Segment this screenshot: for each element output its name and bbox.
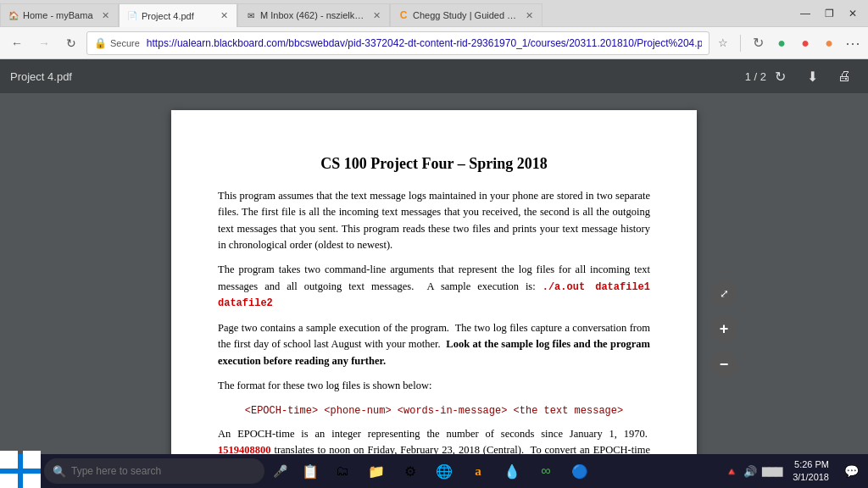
pdf-para-3: Page two contains a sample execution of … <box>218 320 650 369</box>
svg-rect-1 <box>23 451 41 469</box>
tab-title-inbox: M Inbox (462) - nszielke@... <box>260 10 368 20</box>
search-input[interactable] <box>71 465 232 477</box>
pdf-toolbar: Project 4.pdf 1 / 2 ↻ ⬇ 🖨 <box>0 59 868 93</box>
address-bar: ← → ↻ 🔒 Secure ☆ ↻ ● ● ● ⋯ <box>0 27 868 59</box>
taskbar-right: 🔺 🔊 ▇▇▇ 5:26 PM 3/1/2018 💬 <box>723 454 868 488</box>
zoom-arrows-btn[interactable]: ⤢ <box>710 280 737 307</box>
svg-rect-0 <box>0 451 18 469</box>
wifi-icon[interactable]: 🔺 <box>723 465 740 478</box>
tab-favicon-inbox: ✉ <box>245 9 257 21</box>
tab-title-chegg: Chegg Study | Guided S... <box>413 10 520 20</box>
taskbar: 🔍 🎤 📋 🗂 📁 ⚙ 🌐 a 💧 ∞ 🔵 🔺 🔊 ▇▇▇ 5:26 P <box>0 454 868 488</box>
tab-title-mybama: Home - myBama <box>23 10 97 20</box>
tab-title-project4: Project 4.pdf <box>142 11 215 21</box>
maximize-button[interactable]: ❐ <box>817 5 841 22</box>
chrome-taskbar-icon[interactable]: 🔵 <box>563 454 597 488</box>
zoom-out-btn[interactable]: − <box>710 351 737 378</box>
tab-close-chegg[interactable]: ✕ <box>524 10 535 21</box>
tab-favicon-mybama: 🏠 <box>8 9 19 21</box>
pdf-page-nav: 1 / 2 <box>745 70 766 83</box>
epoch-number: 1519408800 <box>218 444 271 454</box>
tab-inbox[interactable]: ✉ M Inbox (462) - nszielke@... ✕ <box>237 3 390 27</box>
browser-extension-icon[interactable]: ● <box>819 33 839 53</box>
pdf-viewer: Project 4.pdf 1 / 2 ↻ ⬇ 🖨 CS 100 Project… <box>0 59 868 454</box>
system-clock[interactable]: 5:26 PM 3/1/2018 <box>786 458 836 485</box>
edge-taskbar-icon[interactable]: 🌐 <box>427 454 461 488</box>
windows-logo-icon <box>0 451 41 488</box>
address-input-wrap: 🔒 Secure <box>86 31 709 55</box>
pdf-document-title: CS 100 Project Four – Spring 2018 <box>218 152 650 176</box>
secure-lock-icon: 🔒 <box>94 37 107 49</box>
tab-project4[interactable]: 📄 Project 4.pdf ✕ <box>119 3 237 27</box>
format-line: <EPOCH-time> <phone-num> <words-in-messa… <box>245 405 623 417</box>
pdf-para-1: This program assumes that the text messa… <box>218 188 650 254</box>
browser-refresh-icon[interactable]: ↻ <box>748 33 768 53</box>
secure-label: Secure <box>110 38 140 48</box>
clock-time: 5:26 PM <box>793 458 829 471</box>
cmd-sample: ./a.out datafile1 datafile2 <box>218 281 650 310</box>
taskbar-search[interactable]: 🔍 <box>44 458 264 484</box>
task-view-icon[interactable]: 📋 <box>295 454 326 488</box>
tab-mybama[interactable]: 🏠 Home - myBama ✕ <box>0 3 119 27</box>
tab-favicon-chegg: C <box>398 9 409 21</box>
start-button[interactable] <box>0 454 41 488</box>
zoom-in-btn[interactable]: + <box>710 315 737 342</box>
tab-chegg[interactable]: C Chegg Study | Guided S... ✕ <box>390 3 542 27</box>
browser-menu-icon[interactable]: ⋯ <box>843 33 863 53</box>
close-button[interactable]: ✕ <box>841 5 865 22</box>
bookmark-star-icon[interactable]: ☆ <box>713 33 733 53</box>
back-button[interactable]: ← <box>5 31 29 55</box>
pdf-reload-btn[interactable]: ↻ <box>766 63 793 90</box>
address-input[interactable] <box>147 37 702 49</box>
browser-shield-icon[interactable]: ● <box>795 33 815 53</box>
clock-date: 3/1/2018 <box>793 471 829 484</box>
volume-icon[interactable]: 🔊 <box>742 465 759 478</box>
action-center-icon[interactable]: 💬 <box>837 454 865 488</box>
settings-taskbar-icon[interactable]: ⚙ <box>393 454 427 488</box>
tab-favicon-project4: 📄 <box>126 10 138 22</box>
tab-close-inbox[interactable]: ✕ <box>371 10 382 21</box>
browser-window: 🏠 Home - myBama ✕ 📄 Project 4.pdf ✕ ✉ M … <box>0 0 868 454</box>
pdf-content: CS 100 Project Four – Spring 2018 This p… <box>218 152 650 454</box>
svg-rect-3 <box>23 474 41 488</box>
app-taskbar-icon-1[interactable]: ∞ <box>529 454 563 488</box>
pdf-print-btn[interactable]: 🖨 <box>831 63 858 90</box>
minimize-button[interactable]: — <box>793 5 817 22</box>
battery-icon: ▇▇▇ <box>760 466 784 477</box>
pdf-doc-area[interactable]: CS 100 Project Four – Spring 2018 This p… <box>0 93 868 454</box>
refresh-button[interactable]: ↻ <box>59 31 83 55</box>
scroll-controls: ⤢ + − <box>710 280 737 378</box>
amazon-taskbar-icon[interactable]: a <box>461 454 495 488</box>
cortana-mic-icon[interactable]: 🎤 <box>264 454 295 488</box>
tab-close-mybama[interactable]: ✕ <box>100 10 111 21</box>
pdf-para-4: The format for these two log files is sh… <box>218 378 650 394</box>
search-icon: 🔍 <box>53 465 66 478</box>
pdf-toolbar-actions: ↻ ⬇ 🖨 <box>766 63 858 90</box>
pdf-page: CS 100 Project Four – Spring 2018 This p… <box>171 110 697 454</box>
pdf-toolbar-title: Project 4.pdf <box>10 70 745 83</box>
dropbox-taskbar-icon[interactable]: 💧 <box>495 454 529 488</box>
pdf-download-btn[interactable]: ⬇ <box>798 63 826 90</box>
browser-settings-icon[interactable]: ● <box>771 33 792 53</box>
file-explorer-taskbar-icon[interactable]: 🗂 <box>326 454 359 488</box>
pdf-para-5: An EPOCH-time is an integer representing… <box>218 426 650 454</box>
svg-rect-2 <box>0 474 18 488</box>
pdf-para-2: The program takes two command-line argum… <box>218 262 650 312</box>
folder-taskbar-icon[interactable]: 📁 <box>359 454 393 488</box>
tab-close-project4[interactable]: ✕ <box>219 10 230 21</box>
forward-button[interactable]: → <box>32 31 56 55</box>
